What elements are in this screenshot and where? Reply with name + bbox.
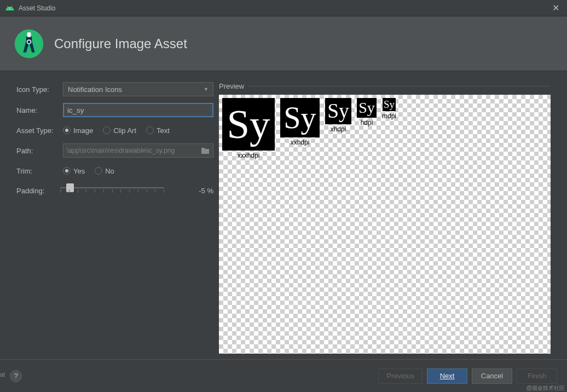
preview-tile: Sy	[357, 98, 377, 118]
preview-tile: Sy	[383, 98, 396, 111]
next-button[interactable]: Next	[427, 368, 467, 384]
cancel-button[interactable]: Cancel	[472, 368, 512, 384]
trim-yes[interactable]: Yes	[63, 167, 85, 175]
path-value: \app\src\main\res\drawable\ic_sy.png	[67, 147, 199, 154]
body: Icon Type: Notification Icons ▼ Name: As…	[0, 71, 567, 359]
preview-item: Syxxxhdpi	[222, 98, 275, 159]
trim-radio-group: Yes No	[63, 167, 114, 175]
asset-type-image[interactable]: Image	[63, 126, 93, 135]
form-panel: Icon Type: Notification Icons ▼ Name: As…	[16, 82, 213, 354]
radio-icon	[63, 126, 71, 134]
footer: ? Previous Next Cancel Finish	[0, 359, 567, 392]
preview-item: Symdpi	[382, 98, 396, 120]
path-field[interactable]: \app\src\main\res\drawable\ic_sy.png	[63, 143, 213, 158]
watermark: @掘金技术社区	[526, 384, 565, 392]
preview-tile-label: xxhdpi	[291, 139, 310, 146]
android-icon	[5, 4, 14, 13]
asset-type-clipart[interactable]: Clip Art	[103, 126, 136, 135]
preview-tile-label: mdpi	[382, 112, 396, 120]
page-title: Configure Image Asset	[54, 36, 187, 51]
chevron-down-icon: ▼	[204, 87, 209, 92]
trim-label: Trim:	[16, 167, 63, 175]
preview-tile: Sy	[222, 98, 275, 151]
preview-tile-label: xxxhdpi	[238, 152, 260, 159]
finish-button[interactable]: Finish	[517, 368, 557, 384]
radio-icon	[103, 126, 111, 134]
title-bar: Asset Studio ✕	[0, 0, 567, 16]
asset-type-text[interactable]: Text	[146, 126, 170, 135]
header: Configure Image Asset	[0, 16, 567, 71]
android-studio-logo	[14, 28, 44, 59]
icon-type-label: Icon Type:	[16, 85, 63, 94]
radio-icon	[146, 126, 154, 134]
preview-tile: Sy	[325, 98, 351, 124]
preview-panel: Preview SyxxxhdpiSyxxhdpiSyxhdpiSyhdpiSy…	[219, 82, 551, 354]
preview-item: Syxxhdpi	[280, 98, 320, 146]
preview-tile: Sy	[280, 98, 320, 137]
name-input[interactable]	[63, 103, 213, 117]
radio-icon	[63, 167, 71, 175]
help-button[interactable]: ?	[10, 370, 22, 382]
radio-icon	[95, 167, 102, 175]
icon-type-value: Notification Icons	[68, 85, 122, 94]
preview-item: Syxhdpi	[325, 98, 351, 133]
asset-type-radio-group: Image Clip Art Text	[63, 126, 170, 135]
padding-slider[interactable]	[60, 185, 164, 196]
preview-canvas: SyxxxhdpiSyxxhdpiSyxhdpiSyhdpiSymdpi	[219, 95, 551, 354]
icon-type-select[interactable]: Notification Icons ▼	[63, 82, 213, 96]
window-title: Asset Studio	[19, 4, 550, 12]
asset-type-label: Asset Type:	[16, 126, 63, 135]
close-button[interactable]: ✕	[550, 3, 562, 13]
preview-tile-label: xhdpi	[331, 125, 346, 133]
preview-item: Syhdpi	[357, 98, 377, 126]
path-label: Path:	[16, 147, 63, 155]
padding-label: Padding:	[16, 187, 60, 195]
previous-button[interactable]: Previous	[378, 368, 423, 384]
name-label: Name:	[16, 106, 63, 114]
preview-tile-label: hdpi	[361, 119, 373, 126]
preview-legend: Preview	[219, 82, 248, 90]
padding-value: -5 %	[181, 187, 213, 195]
trim-no[interactable]: No	[95, 167, 114, 175]
folder-icon[interactable]	[201, 147, 210, 154]
svg-rect-1	[27, 32, 31, 37]
truncated-text: at	[0, 371, 5, 378]
